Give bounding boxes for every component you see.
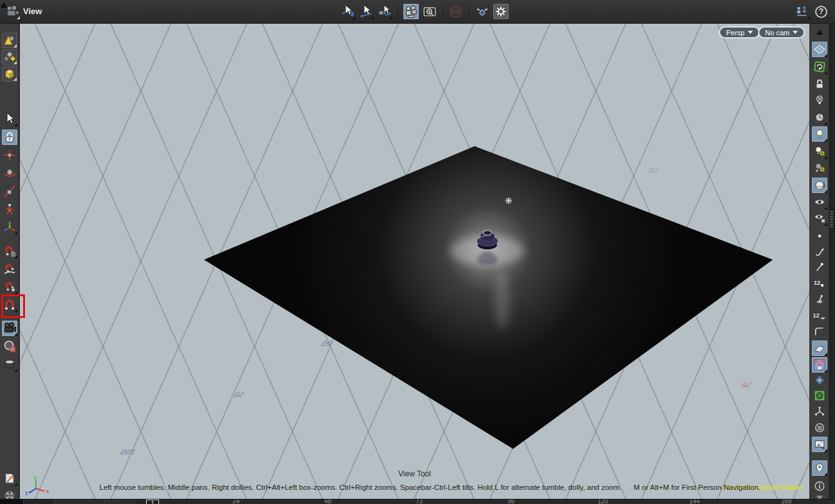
display-shaded-button[interactable] bbox=[812, 340, 827, 356]
scale-tool-button[interactable] bbox=[2, 183, 17, 199]
display-point-numbers-button[interactable]: 12 bbox=[812, 275, 827, 290]
display-geometry-button[interactable] bbox=[2, 66, 17, 81]
display-prim-numbers-button[interactable]: 12 bbox=[812, 308, 827, 323]
snap-curve-button[interactable] bbox=[2, 261, 17, 276]
snap-grid-button[interactable] bbox=[2, 243, 17, 258]
dropdown-arrow-icon bbox=[807, 16, 810, 19]
dropdown-arrow-icon bbox=[824, 223, 827, 226]
display-prim-normals-button[interactable] bbox=[812, 292, 827, 307]
display-point-normals-button[interactable] bbox=[812, 244, 827, 260]
show-handles-button[interactable] bbox=[812, 460, 827, 476]
object-lock-button[interactable] bbox=[812, 76, 827, 92]
frame-tick: 48 bbox=[324, 499, 331, 504]
takes-list-button[interactable] bbox=[2, 471, 17, 486]
dropdown-arrow-icon bbox=[14, 483, 17, 486]
dropdown-arrow-icon bbox=[14, 333, 17, 336]
view-toolbar-icons bbox=[340, 4, 509, 19]
viewport-help-text: Left mouse tumbles. Middle pans. Right d… bbox=[99, 483, 761, 491]
scroll-up-button[interactable] bbox=[812, 24, 827, 40]
display-objects-button[interactable] bbox=[2, 33, 17, 48]
pose-tool-button[interactable] bbox=[2, 201, 17, 217]
box-zoom-icon bbox=[423, 4, 437, 19]
3d-viewport[interactable]: 25 50 75 100 75 Persp No cam y x z View … bbox=[20, 24, 809, 499]
dropdown-arrow-icon bbox=[14, 369, 17, 372]
box-zoom-button[interactable] bbox=[422, 4, 437, 19]
dropdown-arrow-icon bbox=[824, 122, 827, 125]
add-camera-button[interactable] bbox=[812, 160, 827, 175]
snap-multi-button[interactable] bbox=[2, 297, 17, 312]
display-textures-button[interactable] bbox=[812, 357, 827, 373]
view-mask-button[interactable] bbox=[448, 4, 464, 19]
help-button[interactable]: ? bbox=[815, 6, 827, 18]
dropdown-arrow-icon bbox=[14, 291, 17, 294]
normal-lighting-button[interactable] bbox=[812, 110, 827, 125]
pane-edge bbox=[829, 24, 835, 499]
prim-normal-icon bbox=[814, 294, 825, 305]
playbar-controls[interactable] bbox=[54, 500, 137, 504]
playbar-controls[interactable] bbox=[23, 500, 54, 504]
pan-tool-button[interactable] bbox=[358, 4, 374, 19]
tumble-tool-button[interactable] bbox=[340, 4, 355, 19]
axis-z-label: z bbox=[25, 490, 28, 496]
playbar-timeline[interactable]: 1 24 48 72 96 120 144 168 bbox=[0, 499, 835, 504]
desktop-layout-button[interactable] bbox=[795, 4, 810, 19]
view-tool-context-button[interactable] bbox=[4, 4, 20, 19]
display-materials-button[interactable] bbox=[812, 373, 827, 388]
dropdown-arrow-icon bbox=[17, 16, 20, 19]
display-components-button[interactable] bbox=[2, 49, 17, 65]
frame-tick: 144 bbox=[689, 499, 700, 504]
viewport-options-button[interactable] bbox=[493, 4, 509, 19]
projection-menu[interactable]: Persp bbox=[719, 26, 760, 38]
light-gizmo[interactable] bbox=[505, 197, 512, 204]
prim-plane-icon bbox=[820, 311, 827, 320]
render-region-button[interactable] bbox=[2, 339, 17, 354]
add-light-button[interactable] bbox=[812, 144, 827, 159]
display-multipass-button[interactable] bbox=[812, 420, 827, 435]
disable-lighting-button[interactable] bbox=[812, 92, 827, 108]
headlight-button[interactable] bbox=[812, 126, 827, 142]
display-profiles-button[interactable] bbox=[812, 324, 827, 339]
select-tool-button[interactable] bbox=[2, 111, 17, 126]
stereo-camera-button[interactable] bbox=[475, 4, 490, 19]
top-right-controls: ? bbox=[795, 4, 827, 19]
secure-selection-button[interactable] bbox=[2, 130, 17, 145]
axis-x-label: x bbox=[46, 488, 49, 494]
frame-tick: 168 bbox=[781, 499, 792, 504]
show-geometry-button[interactable] bbox=[812, 210, 827, 226]
axis-y-label: y bbox=[34, 475, 37, 481]
ground-plane[interactable] bbox=[204, 146, 773, 449]
pose-figure-icon bbox=[3, 203, 16, 215]
pane-splitter-handle[interactable] bbox=[830, 211, 833, 228]
handle-alignment-button[interactable] bbox=[2, 219, 17, 235]
left-toolbar bbox=[0, 24, 19, 499]
view-mask-disabled-icon bbox=[449, 4, 463, 19]
rotate-tool-button[interactable] bbox=[2, 165, 17, 181]
background-image-button[interactable] bbox=[812, 437, 827, 452]
padlock-icon bbox=[814, 78, 825, 90]
display-fan-button[interactable] bbox=[812, 404, 827, 419]
display-points-button[interactable] bbox=[812, 228, 827, 244]
playbar-current-frame[interactable]: 1 bbox=[146, 500, 159, 504]
template-tool-button[interactable] bbox=[2, 357, 17, 372]
dropdown-arrow-icon bbox=[13, 78, 17, 81]
scale-icon bbox=[3, 185, 16, 197]
display-constraints-button[interactable] bbox=[812, 388, 827, 403]
projection-label: Persp bbox=[726, 29, 745, 37]
translate-tool-button[interactable] bbox=[2, 147, 17, 163]
frame-tick: 120 bbox=[598, 499, 609, 504]
dolly-tool-button[interactable] bbox=[377, 4, 392, 19]
display-options-button[interactable] bbox=[812, 194, 827, 210]
auto-update-button[interactable] bbox=[812, 59, 827, 74]
playbar-controls[interactable] bbox=[0, 500, 23, 504]
view-tool-button[interactable] bbox=[2, 321, 17, 336]
display-point-trails-button[interactable] bbox=[812, 260, 827, 275]
toolbar-separator bbox=[469, 4, 469, 19]
camera-menu[interactable]: No cam bbox=[758, 26, 805, 38]
reference-plane-button[interactable] bbox=[812, 42, 827, 57]
material-diamond-icon bbox=[814, 374, 825, 386]
frame-view-button[interactable] bbox=[403, 4, 419, 19]
smooth-shaded-button[interactable] bbox=[812, 178, 827, 193]
tool-title: View Tool bbox=[398, 469, 431, 478]
snap-point-button[interactable] bbox=[2, 279, 17, 294]
dropdown-arrow-icon bbox=[824, 190, 827, 193]
